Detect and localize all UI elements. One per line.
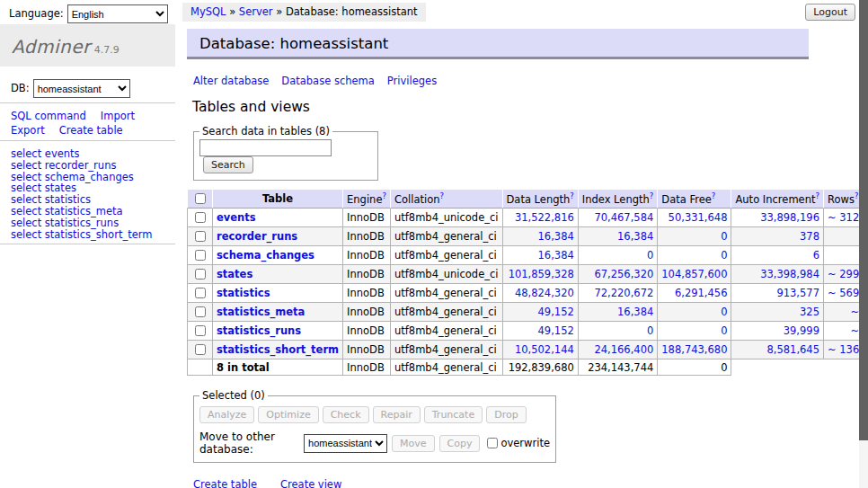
row-checkbox[interactable] xyxy=(195,212,206,223)
value-link[interactable]: 913,577 xyxy=(735,287,819,299)
overwrite-label: overwrite xyxy=(500,437,550,449)
value-link[interactable]: 16,384 xyxy=(582,306,654,318)
table-link[interactable]: statistics_short_term xyxy=(217,343,339,356)
value-link[interactable]: 0 xyxy=(661,324,727,337)
table-link[interactable]: recorder_runs xyxy=(217,230,297,243)
sidebar-action-create-table[interactable]: Create table xyxy=(59,124,123,138)
cell-collation: utf8mb4_general_ci xyxy=(391,322,503,341)
sidebar-action-export[interactable]: Export xyxy=(11,124,45,138)
search-input[interactable] xyxy=(199,139,332,156)
overwrite-checkbox[interactable] xyxy=(487,438,498,448)
sidebar-actions: SQL commandImportExportCreate table xyxy=(11,110,155,138)
analyze-button[interactable]: Analyze xyxy=(199,406,254,423)
truncate-button[interactable]: Truncate xyxy=(424,406,483,423)
value-link[interactable]: 0 xyxy=(661,306,727,318)
cell-index_length: 0 xyxy=(579,322,659,341)
optimize-button[interactable]: Optimize xyxy=(258,406,318,423)
select-all-checkbox[interactable] xyxy=(195,193,206,204)
move-db-select[interactable]: homeassistant xyxy=(304,434,387,453)
breadcrumb-separator: » xyxy=(273,5,286,18)
help-icon[interactable]: ? xyxy=(570,191,574,200)
value-link[interactable]: 378 xyxy=(735,230,819,243)
value-link[interactable]: 33,898,196 xyxy=(735,211,819,224)
value-link[interactable]: 48,824,320 xyxy=(507,287,574,299)
check-button[interactable]: Check xyxy=(323,406,369,423)
row-checkbox[interactable] xyxy=(195,250,206,261)
repair-button[interactable]: Repair xyxy=(373,406,421,423)
value-link[interactable]: 0 xyxy=(582,324,654,337)
value-link[interactable]: 72,220,672 xyxy=(582,287,654,299)
value-link[interactable]: 49,152 xyxy=(507,306,574,318)
sidebar-select-events[interactable]: select events xyxy=(11,148,175,160)
value-link[interactable]: 16,384 xyxy=(507,249,574,262)
move-button[interactable]: Move xyxy=(392,435,435,452)
scrollbar-thumb[interactable] xyxy=(859,0,868,440)
sidebar-select-statistics-meta[interactable]: select statistics_meta xyxy=(11,206,175,217)
table-row: statistics_short_termInnoDButf8mb4_gener… xyxy=(187,341,868,359)
drop-button[interactable]: Drop xyxy=(486,406,526,423)
totals-row: 8 in totalInnoDButf8mb4_general_ci192,83… xyxy=(187,359,868,376)
sidebar-select-statistics-short-term[interactable]: select statistics_short_term xyxy=(11,229,175,241)
table-link[interactable]: states xyxy=(217,268,252,280)
table-link[interactable]: statistics_meta xyxy=(217,306,305,318)
value-link[interactable]: 10,502,144 xyxy=(507,343,574,356)
nav-database-schema[interactable]: Database schema xyxy=(281,75,374,87)
value-link[interactable]: 70,467,584 xyxy=(582,211,654,224)
value-link[interactable]: 8,581,645 xyxy=(735,343,819,356)
value-link[interactable]: 24,166,400 xyxy=(582,343,654,356)
value-link[interactable]: 39,999 xyxy=(735,324,819,337)
language-select[interactable]: English xyxy=(67,4,168,23)
value-link[interactable]: 325 xyxy=(735,306,819,318)
value-link[interactable]: 49,152 xyxy=(507,324,574,337)
row-checkbox[interactable] xyxy=(195,344,206,355)
nav-privileges[interactable]: Privileges xyxy=(387,75,437,87)
sidebar-select-statistics-runs[interactable]: select statistics_runs xyxy=(11,217,175,229)
link-create-view[interactable]: Create view xyxy=(280,478,341,488)
search-button[interactable]: Search xyxy=(203,156,253,173)
value-link[interactable]: 188,743,680 xyxy=(661,343,727,356)
value-link[interactable]: 104,857,600 xyxy=(661,268,727,280)
row-select-cell xyxy=(187,209,213,227)
copy-button[interactable]: Copy xyxy=(439,435,481,452)
table-link[interactable]: schema_changes xyxy=(217,249,314,262)
value-link[interactable]: 67,256,320 xyxy=(582,268,654,280)
breadcrumb-item-server[interactable]: Server xyxy=(239,5,273,18)
value-link[interactable]: 50,331,648 xyxy=(661,211,727,224)
value-link[interactable]: 0 xyxy=(582,249,654,262)
help-icon[interactable]: ? xyxy=(815,191,819,200)
cell-data_length: 49,152 xyxy=(503,303,579,322)
help-icon[interactable]: ? xyxy=(855,191,859,200)
help-icon[interactable]: ? xyxy=(650,191,654,200)
value-link[interactable]: 33,398,984 xyxy=(735,268,819,280)
help-icon[interactable]: ? xyxy=(712,191,716,200)
cell-auto_increment: 913,577 xyxy=(731,284,824,303)
help-icon[interactable]: ? xyxy=(440,191,445,200)
value-link[interactable]: 6 xyxy=(735,249,819,262)
value-link[interactable]: 16,384 xyxy=(582,230,654,243)
value-link[interactable]: 31,522,816 xyxy=(507,211,574,224)
table-link[interactable]: statistics_runs xyxy=(217,324,301,337)
row-checkbox[interactable] xyxy=(195,231,206,242)
value-link[interactable]: 0 xyxy=(661,230,727,243)
value-link[interactable]: 101,859,328 xyxy=(507,268,574,280)
sidebar-action-import[interactable]: Import xyxy=(101,110,135,123)
row-checkbox[interactable] xyxy=(195,288,206,298)
page-scrollbar[interactable] xyxy=(859,0,868,488)
sidebar-select-recorder-runs[interactable]: select recorder_runs xyxy=(11,160,175,172)
value-link[interactable]: 6,291,456 xyxy=(661,287,727,299)
language-chooser: Language:English xyxy=(9,4,168,23)
row-checkbox[interactable] xyxy=(195,269,206,279)
value-link[interactable]: 16,384 xyxy=(507,230,574,243)
sidebar-action-sql-command[interactable]: SQL command xyxy=(11,110,86,123)
table-link[interactable]: events xyxy=(217,211,256,224)
table-link[interactable]: statistics xyxy=(217,287,270,299)
breadcrumb-item-mysql[interactable]: MySQL xyxy=(190,5,226,18)
link-create-table[interactable]: Create table xyxy=(193,478,257,488)
logout-button[interactable]: Logout xyxy=(805,4,855,21)
row-checkbox[interactable] xyxy=(195,325,206,336)
db-select[interactable]: homeassistant xyxy=(33,79,130,98)
row-checkbox[interactable] xyxy=(195,306,206,317)
nav-alter-database[interactable]: Alter database xyxy=(193,75,269,87)
help-icon[interactable]: ? xyxy=(382,191,386,200)
value-link[interactable]: 0 xyxy=(661,249,727,262)
